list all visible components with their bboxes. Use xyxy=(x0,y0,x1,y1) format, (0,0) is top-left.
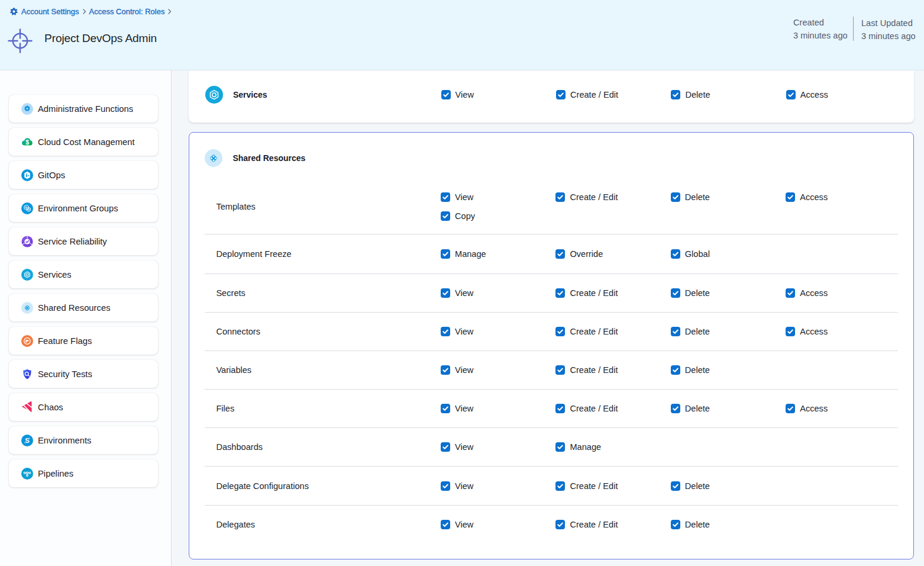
svg-text:S: S xyxy=(25,437,30,444)
svg-text:$: $ xyxy=(25,138,29,145)
